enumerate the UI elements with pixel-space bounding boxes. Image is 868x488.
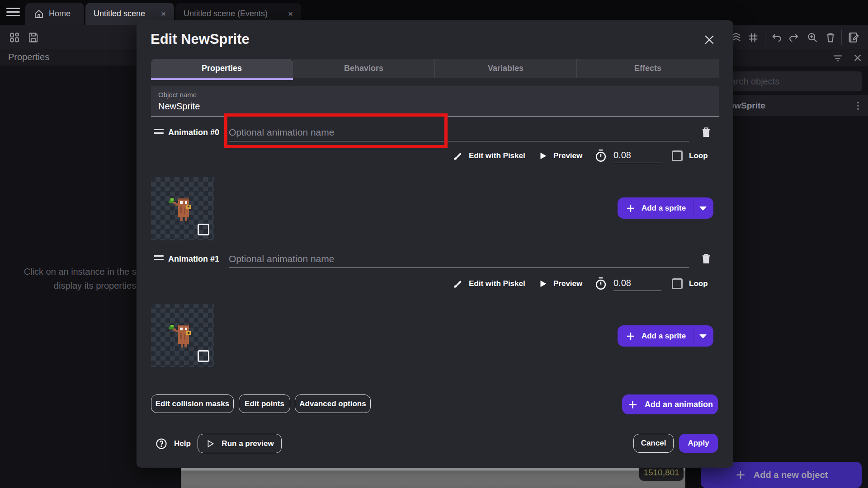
brush-icon — [452, 150, 463, 162]
preview-button[interactable]: Preview — [538, 275, 582, 293]
edit-with-piskel-button[interactable]: Edit with Piskel — [452, 275, 525, 293]
play-icon — [538, 150, 548, 161]
cancel-button[interactable]: Cancel — [633, 434, 674, 453]
add-sprite-button[interactable]: Add a sprite — [618, 197, 713, 219]
plus-icon — [735, 469, 746, 481]
search-objects-box — [712, 71, 862, 91]
loop-checkbox[interactable] — [672, 150, 683, 161]
drag-handle-icon[interactable] — [154, 129, 164, 136]
tab-variables[interactable]: Variables — [435, 59, 577, 78]
sprite-image — [168, 320, 194, 349]
add-sprite-button[interactable]: Add a sprite — [618, 325, 713, 347]
brush-icon — [452, 278, 463, 290]
delete-animation-icon[interactable] — [700, 252, 712, 265]
edit-with-piskel-button[interactable]: Edit with Piskel — [452, 147, 525, 165]
advanced-options-button[interactable]: Advanced options — [295, 394, 371, 413]
plus-icon — [625, 331, 636, 342]
redo-icon[interactable] — [788, 31, 800, 44]
animation-label: Animation #1 — [168, 250, 219, 268]
animation-label: Animation #0 — [168, 123, 219, 141]
dialog-tabs: Properties Behaviors Variables Effects — [151, 59, 719, 78]
tab-properties[interactable]: Properties — [151, 59, 293, 78]
save-icon[interactable] — [27, 31, 40, 44]
sprite-image — [168, 193, 194, 222]
add-animation-button[interactable]: Add an animation — [622, 394, 718, 414]
help-button[interactable]: Help — [155, 434, 191, 453]
scene-canvas[interactable] — [181, 468, 685, 488]
hamburger-menu-icon[interactable] — [6, 8, 20, 18]
annotation-highlight-box — [224, 113, 448, 148]
sprite-thumbnail[interactable] — [151, 304, 214, 367]
edit-collision-masks-button[interactable]: Edit collision masks — [151, 394, 234, 413]
layout-icon[interactable] — [8, 31, 21, 44]
time-between-frames-input[interactable] — [613, 148, 661, 163]
animation-name-input[interactable] — [229, 250, 689, 268]
object-name-value: NewSprite — [158, 101, 712, 112]
search-objects-input[interactable] — [712, 71, 862, 91]
time-between-frames-input[interactable] — [613, 276, 661, 291]
tab-home-label: Home — [49, 9, 71, 19]
animation-tools-row-1: Edit with Piskel Preview Loop — [137, 275, 733, 293]
edit-object-dialog: Edit NewSprite Properties Behaviors Vari… — [137, 20, 733, 468]
plus-icon — [625, 203, 636, 214]
add-new-object-label: Add a new object — [754, 470, 828, 480]
loop-label: Loop — [689, 147, 708, 165]
close-panel-icon[interactable] — [852, 52, 863, 64]
edit-scene-properties-icon[interactable] — [847, 31, 860, 44]
close-tab-icon[interactable]: × — [161, 9, 166, 19]
tab-untitled-scene-label: Untitled scene — [94, 9, 145, 19]
zoom-in-icon[interactable] — [806, 31, 819, 44]
loop-label: Loop — [689, 275, 708, 293]
tab-effects[interactable]: Effects — [577, 59, 719, 78]
sprite-thumbnail[interactable] — [151, 177, 214, 240]
home-icon — [33, 9, 44, 19]
timer-icon — [594, 275, 608, 293]
select-sprite-checkbox[interactable] — [198, 350, 209, 362]
active-tab-underline — [151, 78, 293, 80]
add-sprite-dropdown-icon[interactable] — [699, 206, 707, 211]
delete-animation-icon[interactable] — [700, 125, 712, 139]
plus-icon — [627, 399, 638, 410]
close-tab-icon[interactable]: × — [288, 9, 293, 19]
apply-button[interactable]: Apply — [679, 434, 718, 453]
play-icon — [538, 278, 548, 289]
run-preview-button[interactable]: Run a preview — [198, 434, 282, 453]
animation-row-1: Animation #1 — [137, 250, 733, 268]
timer-icon — [594, 147, 608, 165]
grid-icon[interactable] — [747, 31, 760, 44]
animation-tools-row-0: Edit with Piskel Preview Loop — [137, 147, 733, 165]
trash-icon[interactable] — [824, 31, 837, 44]
edit-points-button[interactable]: Edit points — [239, 394, 290, 413]
tab-home[interactable]: Home — [25, 3, 84, 25]
tab-untitled-scene-events-label: Untitled scene (Events) — [184, 9, 268, 19]
filter-icon[interactable] — [832, 52, 844, 64]
add-sprite-dropdown-icon[interactable] — [699, 334, 707, 338]
preview-button[interactable]: Preview — [538, 147, 582, 165]
tab-behaviors[interactable]: Behaviors — [293, 59, 435, 78]
drag-handle-icon[interactable] — [154, 255, 164, 263]
help-icon — [155, 437, 168, 450]
select-sprite-checkbox[interactable] — [198, 224, 209, 235]
undo-icon[interactable] — [770, 31, 783, 44]
loop-checkbox[interactable] — [672, 278, 683, 289]
play-outline-icon — [205, 438, 215, 449]
object-name-field[interactable]: Object name NewSprite — [151, 86, 719, 117]
close-dialog-icon[interactable] — [703, 33, 716, 47]
kebab-menu-icon[interactable] — [857, 100, 860, 111]
object-name-label: Object name — [158, 91, 712, 99]
dialog-title: Edit NewSprite — [151, 31, 250, 47]
